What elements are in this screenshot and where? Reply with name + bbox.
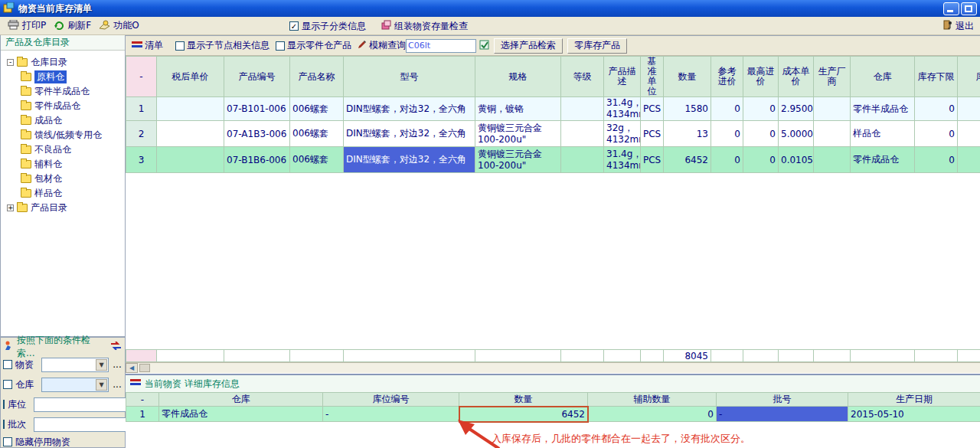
swap-icon[interactable] — [110, 342, 122, 352]
inventory-table: - 税后单价 产品编号 产品名称 型号 规格 等级 产品描述 基准单位 数量 参… — [126, 56, 980, 173]
tree-label: 包材仓 — [34, 172, 62, 185]
column-header[interactable]: 库存上限 — [958, 57, 980, 97]
column-header[interactable]: 数量 — [664, 57, 711, 97]
refresh-button[interactable]: 刷新F — [54, 19, 91, 32]
tree-label: 辅料仓 — [34, 158, 62, 171]
column-header[interactable]: 税后单价 — [157, 57, 224, 97]
table-row[interactable]: 2 07-A1B3-006 006螺套 DIN型螺套，对边32，全六角 黄铜镀三… — [126, 121, 980, 147]
tree-item-defective[interactable]: 不良品仓 — [4, 142, 125, 157]
column-header[interactable]: 产品描述 — [604, 57, 641, 97]
detail-column-header[interactable]: 库位编号 — [323, 393, 459, 407]
assembly-check-button[interactable]: 组装物资存量检查 — [381, 17, 468, 35]
show-child-info-checkbox[interactable]: 显示子节点相关信息 — [175, 39, 270, 52]
location-checkbox[interactable] — [3, 400, 5, 409]
function-button[interactable]: 功能O — [99, 19, 139, 32]
material-select[interactable]: ▼ — [41, 358, 109, 372]
show-parts-checkbox[interactable]: 显示零件仓产品 — [276, 39, 351, 52]
minimize-button[interactable] — [943, 2, 959, 15]
warehouse-browse-button[interactable]: ... — [112, 379, 122, 390]
tree-item-packaging[interactable]: 包材仓 — [4, 172, 125, 186]
column-header[interactable]: 产品编号 — [224, 57, 290, 97]
tree-item-product-root[interactable]: + 产品目录 — [4, 201, 125, 215]
folder-icon — [21, 73, 31, 81]
column-header[interactable]: 基准单位 — [641, 57, 664, 97]
detail-column-header[interactable]: 数量 — [459, 393, 588, 407]
table-row[interactable]: 1 07-B101-006 006螺套 DIN型螺套，对边32，全六角 黄铜，镀… — [126, 97, 980, 121]
detail-column-header[interactable]: 辅助数量 — [588, 393, 717, 407]
column-header[interactable]: 型号 — [344, 57, 475, 97]
expand-icon[interactable]: + — [7, 204, 14, 211]
tree-item-sample[interactable]: 样品仓 — [4, 186, 125, 201]
column-header[interactable]: 最高进价 — [743, 57, 779, 97]
cell-model-selected[interactable]: DIN型螺套，对边32，全六角 — [344, 147, 475, 173]
column-header[interactable]: 成本单价 — [779, 57, 814, 97]
table-row-selected[interactable]: 3 07-B1B6-006 006螺套 DIN型螺套，对边32，全六角 黄铜镀三… — [126, 147, 980, 173]
horizontal-scrollbar[interactable]: ◀ — [126, 362, 980, 373]
cell-manufacturer — [814, 97, 851, 121]
tree-item-parts-finished[interactable]: 零件成品仓 — [4, 99, 125, 113]
cell-model: DIN型螺套，对边32，全六角 — [344, 97, 475, 121]
search-condition-icon — [4, 341, 14, 353]
cell-stock-high — [958, 147, 980, 173]
scrollbar-thumb[interactable] — [139, 364, 150, 372]
cell-ref-price: 0 — [711, 147, 743, 173]
column-header[interactable]: 规格 — [475, 57, 561, 97]
cell-warehouse: 样品仓 — [851, 121, 915, 147]
detail-column-header[interactable]: - — [126, 393, 159, 407]
maximize-button[interactable] — [961, 2, 977, 15]
tree-item-finished[interactable]: 成品仓 — [4, 113, 125, 128]
detail-column-header[interactable]: 批号 — [717, 393, 848, 407]
tree-item-raw-material[interactable]: 原料仓 — [4, 70, 125, 84]
totals-cell — [604, 350, 641, 362]
warehouse-checkbox[interactable] — [3, 380, 12, 389]
cell-quantity: 6452 — [664, 147, 711, 173]
column-header[interactable]: 库存下限 — [915, 57, 958, 97]
cell-spec: 黄铜，镀铬 — [475, 97, 561, 121]
folder-icon — [21, 87, 31, 96]
fuzzy-query-input[interactable] — [406, 39, 476, 53]
column-header[interactable]: 产品名称 — [290, 57, 344, 97]
tree-item-auxiliary[interactable]: 辅料仓 — [4, 157, 125, 172]
cell-manufacturer — [814, 147, 851, 173]
totals-spacer — [126, 350, 157, 362]
detail-column-header[interactable]: 仓库 — [159, 393, 323, 407]
totals-cell — [290, 350, 344, 362]
detail-row[interactable]: 1 零件成品仓 - 6452 0 - 2015-05-10 — [126, 407, 980, 422]
detail-cell-batch-selected[interactable]: - — [717, 407, 848, 422]
tree-item-semi-finished[interactable]: 零件半成品仓 — [4, 84, 125, 99]
print-button[interactable]: 打印P — [8, 19, 46, 32]
chevron-down-icon[interactable]: ▼ — [96, 379, 107, 391]
list-menu-button[interactable]: 清单 — [132, 39, 163, 52]
totals-cell — [915, 350, 958, 362]
material-checkbox[interactable] — [3, 360, 12, 369]
cell-model: DIN型螺套，对边32，全六角 — [344, 121, 475, 147]
detail-column-header[interactable]: 生产日期 — [848, 393, 980, 407]
column-header[interactable]: 生产厂商 — [814, 57, 851, 97]
material-browse-button[interactable]: ... — [112, 359, 122, 370]
totals-cell — [641, 350, 664, 362]
column-header[interactable]: - — [126, 57, 157, 97]
collapse-icon[interactable]: - — [7, 59, 14, 66]
column-header[interactable]: 参考进价 — [711, 57, 743, 97]
cell-max-price: 0 — [743, 97, 779, 121]
show-subcategory-checkbox[interactable]: ✓ 显示子分类信息 — [289, 17, 366, 35]
warehouse-select[interactable]: ▼ — [41, 378, 109, 392]
column-header[interactable]: 仓库 — [851, 57, 915, 97]
search-row-warehouse: 仓库 ▼ ... — [1, 374, 125, 394]
scroll-left-arrow[interactable]: ◀ — [126, 363, 138, 373]
zero-stock-button[interactable]: 零库存产品 — [567, 38, 627, 54]
select-product-search-button[interactable]: 选择产品检索 — [494, 38, 563, 54]
exit-button[interactable]: 退出 — [943, 17, 974, 35]
tree-item-warehouse-root[interactable]: - 仓库目录 — [4, 55, 125, 70]
cell-unit: PCS — [641, 121, 664, 147]
window-title: 物资当前库存清单 — [18, 2, 92, 15]
chevron-down-icon[interactable]: ▼ — [96, 359, 107, 371]
hide-disabled-checkbox[interactable] — [3, 437, 12, 446]
tree-item-feeder[interactable]: 馈线/低频专用仓 — [4, 128, 125, 142]
batch-checkbox[interactable] — [3, 420, 5, 429]
column-header[interactable]: 等级 — [561, 57, 604, 97]
app-icon — [3, 2, 15, 15]
query-go-icon[interactable] — [479, 40, 489, 52]
cell-stock-low: 0 — [915, 147, 958, 173]
row-number: 1 — [126, 97, 157, 121]
